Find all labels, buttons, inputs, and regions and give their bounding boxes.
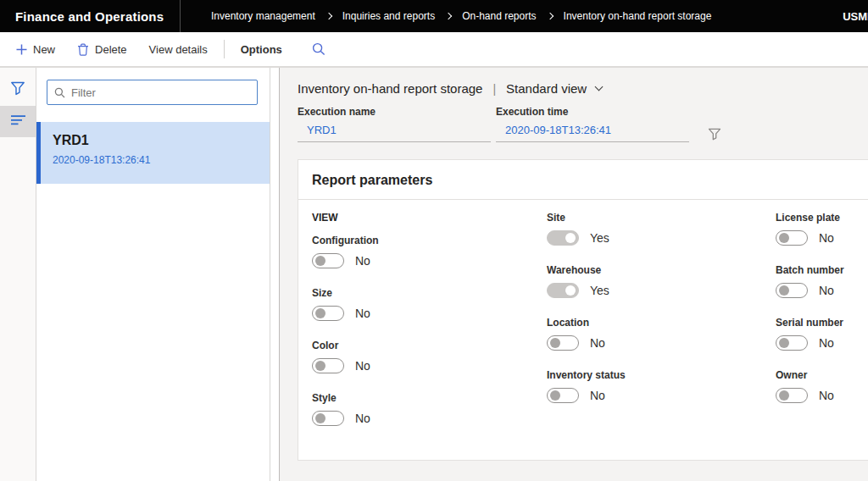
toggle-value: No xyxy=(590,336,605,350)
toggle-row: No xyxy=(312,358,547,373)
site-toggle[interactable] xyxy=(547,230,579,246)
field-value[interactable]: 2020-09-18T13:26:41 xyxy=(496,118,689,142)
toggle-value: No xyxy=(355,359,370,373)
section-header[interactable]: Report parameters xyxy=(298,160,868,200)
list-lines-icon xyxy=(10,114,26,130)
breadcrumb-item[interactable]: Inventory on-hand report storage xyxy=(564,10,712,22)
app-title[interactable]: Finance and Operations xyxy=(0,9,164,24)
list-item[interactable]: YRD12020-09-18T13:26:41 xyxy=(36,122,270,184)
toggle-knob xyxy=(315,361,326,371)
breadcrumb: Inventory managementInquiries and report… xyxy=(211,10,711,22)
inventory-status-toggle[interactable] xyxy=(547,388,579,403)
chevron-right-icon xyxy=(326,13,332,19)
delete-button-label: Delete xyxy=(95,43,127,56)
panel-splitter[interactable] xyxy=(270,68,280,481)
toggle-field: Batch numberNo xyxy=(776,264,860,298)
view-details-button[interactable]: View details xyxy=(138,32,219,66)
toggle-field: SiteYes xyxy=(547,212,776,246)
toggle-value: No xyxy=(355,412,370,425)
record-timestamp: 2020-09-18T13:26:41 xyxy=(53,154,261,166)
action-bar-divider xyxy=(224,40,225,58)
chevron-down-icon xyxy=(595,83,604,91)
delete-button[interactable]: Delete xyxy=(66,32,138,66)
toggle-knob xyxy=(565,233,576,243)
toggle-field-label: Size xyxy=(312,287,547,299)
toggle-field-label: Warehouse xyxy=(547,264,776,276)
breadcrumb-item[interactable]: Inventory management xyxy=(211,10,315,22)
field-label: Execution name xyxy=(298,106,491,118)
new-button-label: New xyxy=(33,43,55,56)
new-button[interactable]: New xyxy=(5,32,66,66)
toggle-row: No xyxy=(312,411,547,426)
toggle-field: StyleNo xyxy=(312,392,547,426)
filter-input[interactable] xyxy=(71,86,250,99)
configuration-toggle[interactable] xyxy=(312,253,344,268)
toggle-knob xyxy=(779,233,789,243)
page-title: Inventory on-hand report storage xyxy=(298,81,482,96)
toggle-knob xyxy=(565,285,576,296)
license-plate-toggle[interactable] xyxy=(776,230,808,246)
search-icon[interactable] xyxy=(307,37,331,61)
toggle-field-label: Color xyxy=(312,340,547,351)
workspace: YRD12020-09-18T13:26:41 Inventory on-han… xyxy=(0,68,868,481)
toggle-row: No xyxy=(776,335,860,351)
toggle-field-label: Inventory status xyxy=(547,369,776,381)
color-toggle[interactable] xyxy=(312,358,344,373)
toggle-field: License plateNo xyxy=(776,212,860,246)
report-parameters-section: Report parameters VIEWConfigurationNoSiz… xyxy=(298,159,868,461)
toggle-field-label: Location xyxy=(547,317,776,329)
funnel-icon xyxy=(10,81,25,99)
show-list-button[interactable] xyxy=(0,106,36,137)
view-selector[interactable]: Standard view xyxy=(506,81,602,96)
field-value[interactable]: YRD1 xyxy=(298,118,491,142)
toggle-value: No xyxy=(355,307,370,320)
breadcrumb-item[interactable]: Inquiries and reports xyxy=(342,10,435,22)
serial-number-toggle[interactable] xyxy=(776,335,808,351)
toggle-field: OwnerNo xyxy=(776,369,860,403)
toggle-row: Yes xyxy=(547,283,776,298)
location-toggle[interactable] xyxy=(547,335,579,351)
plus-icon xyxy=(16,44,27,55)
chevron-right-icon xyxy=(445,13,452,19)
toggle-value: No xyxy=(590,389,605,402)
view-selector-label: Standard view xyxy=(506,81,587,96)
header-fields: Execution nameYRD1Execution time2020-09-… xyxy=(298,106,868,144)
owner-toggle[interactable] xyxy=(776,388,808,403)
filter-box xyxy=(47,80,258,105)
field: Execution nameYRD1 xyxy=(298,106,491,142)
toggle-field-label: Serial number xyxy=(776,317,860,329)
record-list: YRD12020-09-18T13:26:41 xyxy=(36,122,270,184)
toggle-row: No xyxy=(312,306,547,321)
toggle-value: No xyxy=(355,254,370,268)
toggle-value: No xyxy=(819,389,834,402)
company-selector[interactable]: USMF xyxy=(843,10,868,23)
toggle-row: No xyxy=(776,283,860,298)
left-icon-rail xyxy=(0,68,36,481)
parameter-column: SiteYesWarehouseYesLocationNoInventory s… xyxy=(547,212,776,445)
size-toggle[interactable] xyxy=(312,306,344,321)
toggle-field-label: Batch number xyxy=(776,264,860,276)
top-navigation-bar: Finance and Operations Inventory managem… xyxy=(0,0,868,32)
batch-number-toggle[interactable] xyxy=(776,283,808,298)
style-toggle[interactable] xyxy=(312,411,344,426)
toggle-field: LocationNo xyxy=(547,317,776,351)
warehouse-toggle[interactable] xyxy=(547,283,579,298)
topbar-divider xyxy=(180,0,181,32)
breadcrumb-item[interactable]: On-hand reports xyxy=(462,10,536,22)
page-header: Inventory on-hand report storage | Stand… xyxy=(298,81,868,96)
grid-filter-funnel-icon[interactable] xyxy=(708,128,721,144)
toggle-row: Yes xyxy=(547,230,776,246)
filter-pane-button[interactable] xyxy=(0,75,36,106)
toggle-knob xyxy=(779,338,789,348)
options-menu[interactable]: Options xyxy=(230,32,293,66)
trash-icon xyxy=(77,43,89,56)
toggle-field-label: Site xyxy=(547,212,776,224)
record-list-panel: YRD12020-09-18T13:26:41 xyxy=(36,68,270,481)
toggle-field-label: Owner xyxy=(776,369,860,381)
toggle-field: ConfigurationNo xyxy=(312,235,547,268)
toggle-row: No xyxy=(776,230,860,246)
toggle-knob xyxy=(315,308,326,318)
toggle-field-label: Configuration xyxy=(312,235,547,246)
field-label: Execution time xyxy=(496,106,689,118)
chevron-right-icon xyxy=(546,13,553,19)
